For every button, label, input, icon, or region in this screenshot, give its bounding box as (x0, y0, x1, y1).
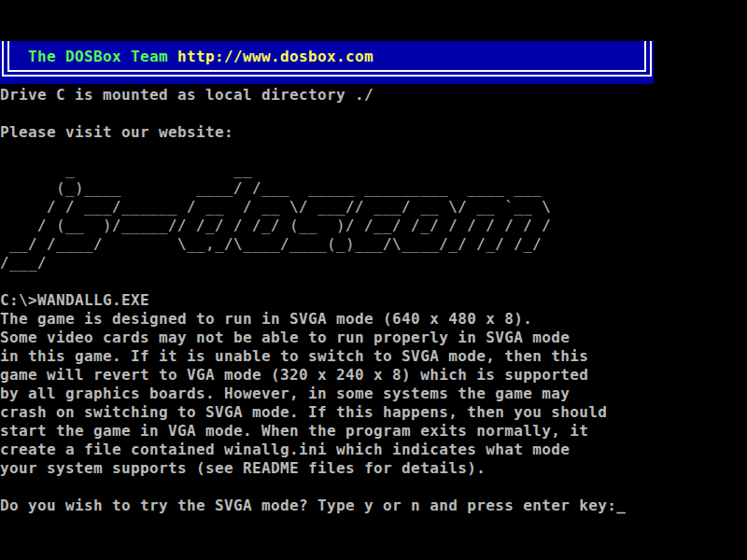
ascii-art-line: _ __ (0, 161, 747, 179)
ascii-art-line: / (__ )/_____// /_/ / /_/ (__ )/ /__/ /_… (0, 217, 747, 235)
blank-line (0, 105, 747, 123)
program-output-line: in this game. If it is unable to switch … (0, 347, 747, 366)
terminal-output: Drive C is mounted as local directory ./… (0, 86, 747, 515)
banner-text: The DOSBox Team http://www.dosbox.com (28, 48, 374, 66)
dosbox-website-url: http://www.dosbox.com (177, 48, 374, 65)
mount-message: Drive C is mounted as local directory ./ (0, 86, 747, 105)
command-prompt-line: C:\>WANDALLG.EXE (0, 291, 747, 310)
program-output-line: your system supports (see README files f… (0, 459, 747, 478)
ascii-art-line: /___/ (0, 254, 747, 273)
dosbox-team-label: The DOSBox Team (28, 48, 177, 65)
blank-line (0, 273, 747, 291)
question-text: Do you wish to try the SVGA mode? Type y… (0, 497, 616, 514)
question-prompt-line: Do you wish to try the SVGA mode? Type y… (0, 497, 747, 515)
visit-message: Please visit our website: (0, 123, 747, 142)
dosbox-banner: The DOSBox Team http://www.dosbox.com (0, 41, 654, 84)
dos-terminal-screen[interactable]: The DOSBox Team http://www.dosbox.com Dr… (0, 0, 747, 560)
ascii-art-line: / / ___/______ / __ / __ \/ ___// ___/ _… (0, 198, 747, 217)
program-output-line: The game is designed to run in SVGA mode… (0, 310, 747, 329)
program-output-line: game will revert to VGA mode (320 x 240 … (0, 366, 747, 385)
blank-line (0, 478, 747, 497)
program-output-line: by all graphics boards. However, in some… (0, 385, 747, 403)
ascii-art-line: (_)____ ____/ /___ _____ _________ ____ … (0, 179, 747, 198)
ascii-art-line: __/ /____/ \__,_/\____/____(_)___/\____/… (0, 235, 747, 254)
program-output-line: Some video cards may not be able to run … (0, 329, 747, 347)
blank-line (0, 142, 747, 161)
program-output-line: create a file contained winallg.ini whic… (0, 441, 747, 459)
text-cursor[interactable]: _ (616, 497, 626, 514)
program-output-line: crash on switching to SVGA mode. If this… (0, 403, 747, 422)
program-output-line: start the game in VGA mode. When the pro… (0, 422, 747, 441)
